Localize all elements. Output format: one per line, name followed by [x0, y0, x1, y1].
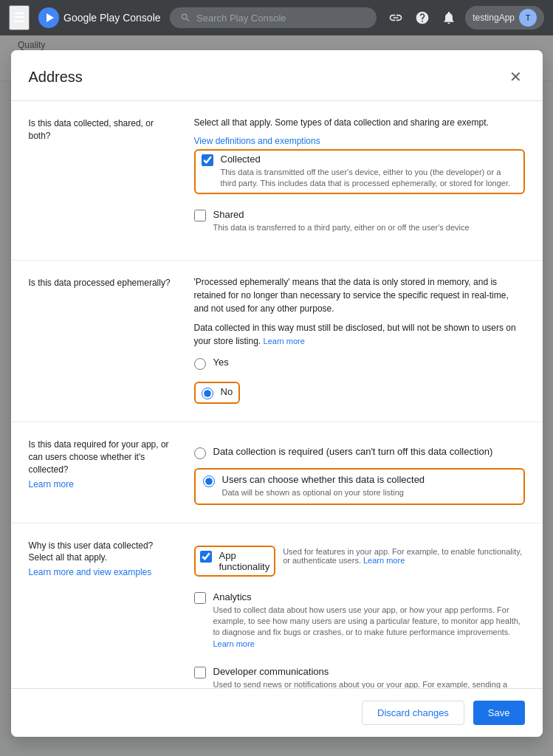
optional-option: Users can choose whether this data is co… — [203, 474, 516, 498]
link-icon — [388, 10, 403, 25]
search-bar[interactable] — [170, 7, 377, 28]
help-icon-button[interactable] — [412, 7, 433, 28]
app-functionality-label: App functionality — [219, 550, 270, 572]
analytics-label: Analytics — [213, 591, 525, 602]
data-required-label: Data collection is required (users can't… — [213, 446, 493, 457]
ephemeral-learn-more-link[interactable]: Learn more — [264, 337, 305, 346]
required-content: Data collection is required (users can't… — [194, 437, 525, 507]
analytics-learn-more[interactable]: Learn more — [213, 639, 255, 648]
nav-icons-area: testingApp T — [385, 6, 544, 30]
save-button[interactable]: Save — [473, 701, 525, 725]
user-chip[interactable]: testingApp T — [465, 6, 544, 30]
app-title: Google Play Console — [63, 12, 161, 24]
user-name: testingApp — [473, 13, 515, 23]
optional-desc: Data will be shown as optional on your s… — [222, 487, 425, 498]
collection-type-label: Is this data collected, shared, or both? — [29, 117, 176, 142]
shared-desc: This data is transferred to a third part… — [213, 222, 470, 233]
modal-body: Is this data collected, shared, or both?… — [11, 101, 543, 737]
modal-footer: Discard changes Save — [11, 688, 543, 737]
purpose-label: Why is this user data collected? Select … — [29, 540, 176, 565]
view-definitions-link[interactable]: View definitions and exemptions — [194, 136, 320, 146]
collection-type-description: Select all that apply. Some types of dat… — [194, 116, 525, 129]
ephemeral-section: Is this data processed ephemerally? 'Pro… — [11, 261, 543, 422]
required-label-col: Is this data required for your app, or c… — [29, 437, 176, 507]
developer-comms-checkbox[interactable] — [194, 667, 206, 678]
app-functionality-option: App functionality Used for features in y… — [194, 543, 525, 580]
modal-header: Address ✕ — [11, 50, 543, 101]
shared-label: Shared — [213, 209, 470, 220]
collected-checkbox[interactable] — [202, 154, 213, 166]
analytics-content: Analytics Used to collect data about how… — [213, 591, 525, 650]
ephemeral-label: Is this data processed ephemerally? — [29, 277, 176, 289]
yes-option: Yes — [194, 354, 525, 373]
no-option: No — [202, 386, 233, 399]
app-functionality-highlight: App functionality — [194, 546, 276, 577]
data-required-option-content: Data collection is required (users can't… — [213, 446, 493, 459]
purpose-learn-more-link[interactable]: Learn more and view examples — [29, 567, 176, 577]
yes-option-content: Yes — [213, 357, 229, 370]
shared-option-content: Shared This data is transferred to a thi… — [213, 209, 470, 233]
optional-option-content: Users can choose whether this data is co… — [222, 474, 425, 498]
ephemeral-label-col: Is this data processed ephemerally? — [29, 275, 176, 407]
logo-area: Google Play Console — [38, 7, 161, 28]
required-section: Is this data required for your app, or c… — [11, 422, 543, 523]
top-navigation: ☰ Google Play Console tes — [0, 0, 553, 35]
collected-option-content: Collected This data is transmitted off t… — [221, 154, 518, 190]
help-icon — [415, 10, 430, 25]
collected-label: Collected — [221, 154, 518, 165]
data-required-option: Data collection is required (users can't… — [194, 443, 525, 462]
ephemeral-content: 'Processed ephemerally' means that the d… — [194, 275, 525, 407]
app-functionality-learn-more[interactable]: Learn more — [363, 556, 405, 565]
no-highlight-box: No — [194, 382, 241, 404]
search-icon — [180, 12, 191, 24]
required-label: Is this data required for your app, or c… — [29, 439, 176, 475]
app-functionality-checkbox[interactable] — [200, 551, 212, 563]
close-button[interactable]: ✕ — [506, 65, 525, 89]
address-modal: Address ✕ Is this data collected, shared… — [11, 50, 543, 737]
ephemeral-desc2: Data collected in this way must still be… — [194, 321, 525, 348]
modal-title: Address — [29, 69, 83, 86]
shared-checkbox[interactable] — [194, 210, 206, 221]
notification-icon-button[interactable] — [439, 7, 459, 28]
discard-button[interactable]: Discard changes — [362, 701, 464, 725]
no-radio[interactable] — [202, 388, 213, 399]
shared-option: Shared This data is transferred to a thi… — [194, 205, 525, 238]
collection-type-content: Select all that apply. Some types of dat… — [194, 116, 525, 245]
collected-option: Collected This data is transmitted off t… — [202, 154, 518, 190]
optional-radio[interactable] — [203, 475, 215, 487]
analytics-checkbox[interactable] — [194, 592, 206, 604]
analytics-desc: Used to collect data about how users use… — [213, 605, 525, 650]
collection-type-label-col: Is this data collected, shared, or both? — [29, 116, 176, 245]
search-input[interactable] — [196, 13, 366, 24]
yes-radio[interactable] — [194, 358, 206, 370]
collected-highlight-box: Collected This data is transmitted off t… — [194, 149, 525, 194]
notification-icon — [442, 10, 456, 25]
ephemeral-desc1: 'Processed ephemerally' means that the d… — [194, 275, 525, 315]
hamburger-menu[interactable]: ☰ — [9, 5, 30, 30]
optional-highlight-box: Users can choose whether this data is co… — [194, 468, 525, 504]
yes-label: Yes — [213, 357, 229, 368]
no-label: No — [221, 386, 233, 397]
required-learn-more-link[interactable]: Learn more — [29, 479, 176, 489]
analytics-option: Analytics Used to collect data about how… — [194, 587, 525, 655]
modal-overlay: Address ✕ Is this data collected, shared… — [0, 35, 553, 756]
data-required-radio[interactable] — [194, 447, 206, 459]
collected-desc: This data is transmitted off the user's … — [221, 167, 518, 190]
user-avatar: T — [519, 9, 537, 27]
optional-label: Users can choose whether this data is co… — [222, 474, 425, 485]
developer-comms-label: Developer communications — [213, 666, 525, 677]
app-functionality-desc: Used for features in your app. For examp… — [283, 547, 524, 565]
link-icon-button[interactable] — [385, 7, 406, 28]
collection-type-section: Is this data collected, shared, or both?… — [11, 101, 543, 261]
no-option-content: No — [221, 386, 233, 399]
app-functionality-content: App functionality — [219, 550, 270, 572]
play-console-logo-icon — [38, 7, 59, 28]
